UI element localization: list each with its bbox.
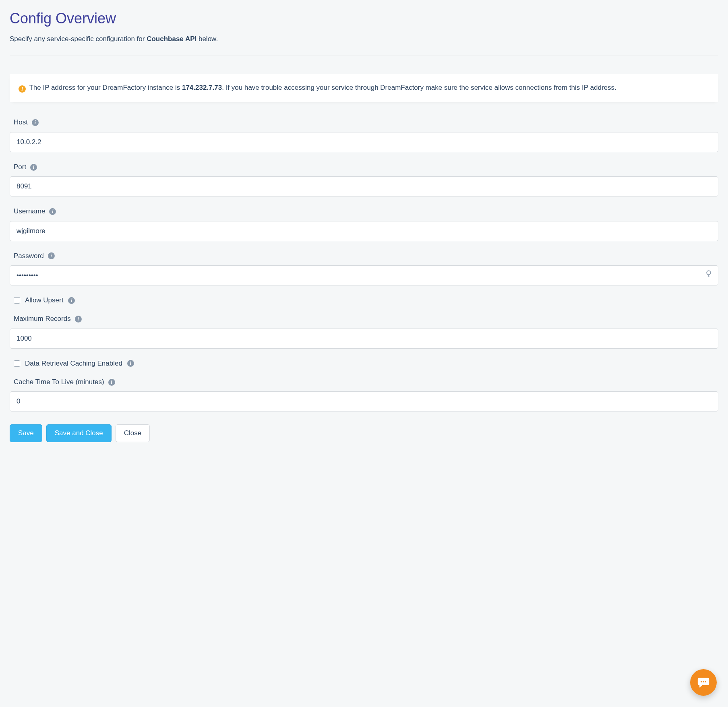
- close-button[interactable]: Close: [116, 424, 150, 442]
- info-icon: i: [19, 85, 26, 93]
- username-input[interactable]: [10, 221, 718, 241]
- info-icon[interactable]: i: [48, 252, 55, 259]
- info-icon[interactable]: i: [108, 379, 115, 386]
- subtitle-pre: Specify any service-specific configurati…: [10, 35, 147, 43]
- password-label-text: Password: [14, 251, 44, 261]
- info-text-post: . If you have trouble accessing your ser…: [222, 84, 616, 91]
- port-label-text: Port: [14, 162, 26, 172]
- password-input[interactable]: [10, 265, 718, 285]
- info-icon[interactable]: i: [127, 360, 134, 367]
- info-icon[interactable]: i: [75, 316, 82, 322]
- allow-upsert-checkbox[interactable]: [14, 297, 20, 304]
- info-ip: 174.232.7.73: [182, 84, 222, 91]
- page-title: Config Overview: [10, 7, 718, 30]
- ip-info-box: i The IP address for your DreamFactory i…: [10, 74, 718, 102]
- max-records-label: Maximum Records i: [14, 314, 718, 324]
- password-label: Password i: [14, 251, 718, 261]
- port-label: Port i: [14, 162, 718, 172]
- save-and-close-button[interactable]: Save and Close: [46, 424, 112, 442]
- info-icon[interactable]: i: [68, 297, 75, 304]
- save-button[interactable]: Save: [10, 424, 42, 442]
- username-label-text: Username: [14, 206, 45, 217]
- host-input[interactable]: [10, 132, 718, 152]
- allow-upsert-label: Allow Upsert: [25, 295, 63, 306]
- lock-icon[interactable]: [705, 270, 713, 281]
- svg-point-0: [707, 271, 711, 275]
- subtitle-post: below.: [196, 35, 218, 43]
- cache-ttl-label: Cache Time To Live (minutes) i: [14, 377, 718, 387]
- divider: [10, 56, 718, 56]
- max-records-input[interactable]: [10, 329, 718, 349]
- info-text-pre: The IP address for your DreamFactory ins…: [29, 84, 182, 91]
- caching-enabled-label: Data Retrieval Caching Enabled: [25, 358, 122, 369]
- cache-ttl-input[interactable]: [10, 391, 718, 411]
- cache-ttl-label-text: Cache Time To Live (minutes): [14, 377, 104, 387]
- username-label: Username i: [14, 206, 718, 217]
- host-label: Host i: [14, 117, 718, 128]
- page-subtitle: Specify any service-specific configurati…: [10, 34, 718, 44]
- info-icon[interactable]: i: [32, 119, 39, 126]
- info-icon[interactable]: i: [49, 208, 56, 215]
- info-icon[interactable]: i: [30, 164, 37, 171]
- subtitle-strong: Couchbase API: [147, 35, 196, 43]
- port-input[interactable]: [10, 176, 718, 196]
- host-label-text: Host: [14, 117, 28, 128]
- max-records-label-text: Maximum Records: [14, 314, 71, 324]
- caching-enabled-checkbox[interactable]: [14, 360, 20, 367]
- button-row: Save Save and Close Close: [10, 424, 718, 442]
